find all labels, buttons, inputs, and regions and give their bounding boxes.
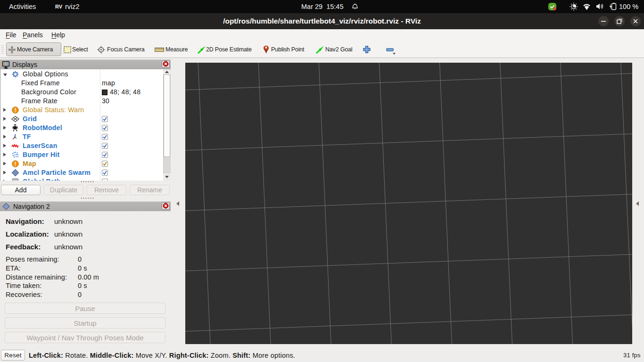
- svg-text:RV: RV: [55, 4, 63, 9]
